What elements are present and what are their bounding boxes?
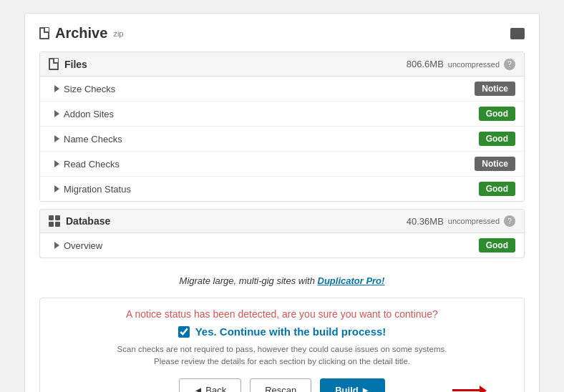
overview-label[interactable]: Overview [54,240,102,251]
read-checks-badge: Notice [475,157,515,171]
files-icon [49,58,59,70]
database-section-title: Database [66,215,110,227]
read-checks-text: Read Checks [64,159,120,170]
size-checks-text: Size Checks [64,84,115,94]
size-checks-row: Size Checks Notice [40,77,524,102]
migration-status-label[interactable]: Migration Status [54,184,131,195]
promo-link[interactable]: Duplicator Pro! [318,275,385,286]
overview-arrow [54,242,59,249]
files-section-title-group: Files [49,58,87,70]
database-size: 40.36MB [407,216,444,227]
read-checks-arrow [54,160,59,167]
confirm-checkbox[interactable] [178,326,190,338]
build-arrow-indicator [452,389,481,391]
files-size-label: uncompressed [448,60,500,69]
files-section-title: Files [64,59,87,70]
action-buttons: ◄ Back Rescan Build ► [54,378,510,393]
addon-sites-arrow [54,110,59,117]
addon-sites-text: Addon Sites [64,109,114,119]
size-checks-label[interactable]: Size Checks [54,84,115,94]
archive-header: Archive zip [39,25,525,41]
overview-text: Overview [64,240,102,251]
name-checks-badge: Good [479,132,515,146]
addon-sites-badge: Good [479,107,515,121]
database-help-icon[interactable]: ? [504,215,515,227]
files-size: 806.6MB [407,59,444,69]
migration-status-badge: Good [479,182,515,196]
archive-icon [39,27,49,39]
rescan-button[interactable]: Rescan [250,378,311,393]
database-section: Database 40.36MB uncompressed ? Overview… [39,209,525,258]
database-section-header: Database 40.36MB uncompressed ? [40,210,524,233]
overview-badge: Good [479,238,515,253]
database-size-label: uncompressed [448,217,500,225]
window-icon[interactable] [510,28,525,39]
zip-badge: zip [113,29,123,38]
addon-sites-row: Addon Sites Good [40,102,524,127]
main-panel: Archive zip Files 806.6MB uncompressed ?… [24,13,540,392]
warning-section: A notice status has been detected, are y… [39,298,525,392]
promo-section: Migrate large, multi-gig sites with Dupl… [39,265,525,289]
scan-note-line1: Scan checks are not required to pass, ho… [117,345,447,353]
read-checks-label[interactable]: Read Checks [54,159,120,170]
database-section-title-group: Database [49,215,110,227]
database-section-info: 40.36MB uncompressed ? [407,215,515,227]
read-checks-row: Read Checks Notice [40,152,524,177]
name-checks-arrow [54,135,59,142]
scan-note-line2: Please review the details for each secti… [154,357,410,366]
files-section-header: Files 806.6MB uncompressed ? [40,52,524,77]
build-button[interactable]: Build ► [320,378,385,393]
arrow-line [452,389,481,391]
migration-status-row: Migration Status Good [40,177,524,201]
scan-note: Scan checks are not required to pass, ho… [54,343,510,368]
files-help-icon[interactable]: ? [504,59,515,70]
archive-title-text: Archive [55,25,107,41]
archive-title: Archive zip [39,25,123,41]
name-checks-row: Name Checks Good [40,127,524,152]
name-checks-text: Name Checks [64,134,122,144]
back-button[interactable]: ◄ Back [179,378,241,393]
migration-status-arrow [54,185,59,192]
size-checks-arrow [54,85,59,92]
files-section-info: 806.6MB uncompressed ? [407,59,515,70]
name-checks-label[interactable]: Name Checks [54,134,122,144]
database-icon [49,215,60,227]
overview-row: Overview Good [40,233,524,258]
addon-sites-label[interactable]: Addon Sites [54,109,114,119]
files-section: Files 806.6MB uncompressed ? Size Checks… [39,52,525,202]
size-checks-badge: Notice [475,82,515,96]
confirm-label: Yes. Continue with the build process! [195,325,386,338]
migration-status-text: Migration Status [64,184,131,195]
warning-text: A notice status has been detected, are y… [54,308,510,320]
promo-text: Migrate large, multi-gig sites with [180,275,318,286]
confirm-line: Yes. Continue with the build process! [54,325,510,338]
